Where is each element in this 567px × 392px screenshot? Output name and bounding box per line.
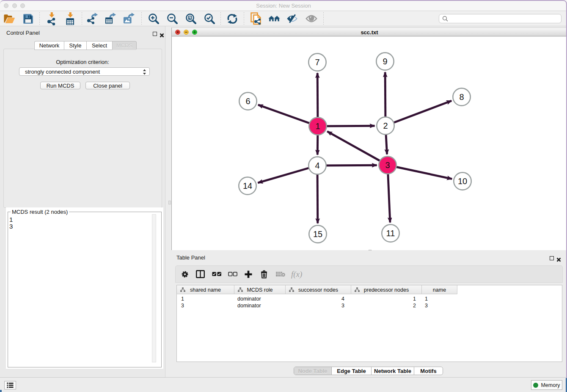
svg-text:1: 1 (315, 121, 320, 131)
svg-text:7: 7 (315, 58, 319, 67)
svg-text:14: 14 (243, 181, 252, 190)
svg-text:2: 2 (383, 121, 388, 130)
svg-text:11: 11 (386, 229, 395, 238)
svg-text:3: 3 (385, 160, 390, 170)
svg-text:4: 4 (315, 161, 319, 170)
svg-text:6: 6 (245, 97, 250, 106)
svg-text:15: 15 (313, 229, 322, 239)
svg-text:10: 10 (458, 177, 467, 186)
svg-text:9: 9 (383, 57, 387, 66)
svg-text:8: 8 (459, 92, 464, 102)
